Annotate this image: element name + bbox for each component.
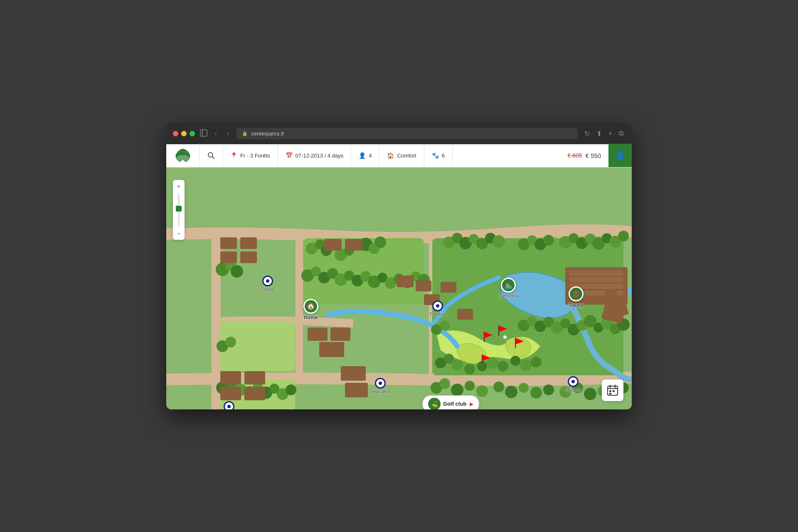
location-label: Fr - 3 Forêts: [240, 153, 270, 159]
svg-point-90: [286, 384, 296, 395]
svg-rect-127: [341, 366, 366, 381]
svg-rect-126: [319, 342, 344, 357]
svg-point-65: [439, 378, 450, 389]
pin-sauna[interactable]: ♨️ Sauna: [569, 286, 584, 308]
zoom-slider-thumb[interactable]: [176, 206, 182, 212]
dates-filter[interactable]: 📅 07-12-2013 / 4 days: [278, 144, 352, 167]
pin-label-desk-office: Desk office: [370, 389, 390, 394]
logo[interactable]: [166, 144, 200, 167]
svg-point-53: [440, 320, 450, 330]
golf-club-label: Golf club: [443, 401, 466, 407]
pin-golf-club[interactable]: ⛳ Golf club ▶: [422, 395, 479, 409]
close-button[interactable]: [173, 131, 178, 136]
user-profile-button[interactable]: 👤: [608, 144, 632, 167]
pin-paintball[interactable]: Paintball: [430, 300, 446, 317]
svg-point-60: [498, 361, 508, 372]
pin-circle-paintball: [432, 300, 443, 311]
svg-point-71: [519, 383, 529, 393]
svg-rect-0: [200, 130, 207, 136]
svg-rect-115: [240, 237, 257, 249]
svg-point-11: [231, 265, 243, 278]
calendar-icon: [607, 384, 618, 396]
sidebar-toggle-button[interactable]: [200, 129, 207, 138]
browser-window: ‹ › 🔒 centerparcs.fr ↻ ⬆ + ⧉: [166, 123, 632, 409]
zoom-out-button[interactable]: −: [174, 229, 183, 238]
navbar-items: 📍 Fr - 3 Forêts 📅 07-12-2013 / 4 days 👤 …: [223, 144, 560, 167]
accommodation-label: Comfort: [397, 153, 416, 159]
svg-rect-129: [397, 276, 414, 287]
pin-swimming[interactable]: 🏊 Swimming: [499, 278, 518, 298]
pin-green-swimming: 🏊: [501, 278, 516, 293]
search-icon: [207, 151, 215, 160]
accommodation-filter[interactable]: 🏠 Comfort: [379, 144, 424, 167]
calendar-button[interactable]: [602, 379, 623, 401]
pets-filter[interactable]: 🐾 6: [424, 144, 453, 167]
svg-rect-122: [324, 239, 342, 251]
maximize-button[interactable]: [190, 131, 195, 136]
svg-point-59: [487, 357, 498, 369]
svg-point-56: [451, 359, 463, 371]
svg-line-3: [212, 157, 214, 159]
traffic-lights: [173, 131, 195, 136]
pin-desk-office[interactable]: Desk office: [370, 378, 390, 394]
pin-green-home: 🏠: [303, 299, 318, 314]
svg-rect-120: [220, 387, 241, 400]
pin-falconry[interactable]: Falconry: [565, 376, 581, 392]
back-button[interactable]: ‹: [212, 128, 219, 138]
pin-circle-desk-office: [375, 378, 386, 389]
svg-point-76: [584, 388, 596, 400]
svg-rect-119: [244, 371, 265, 384]
location-filter[interactable]: 📍 Fr - 3 Forêts: [223, 144, 278, 167]
forward-button[interactable]: ›: [224, 128, 232, 138]
svg-rect-108: [569, 277, 623, 282]
pin-circle-zumba: [262, 276, 273, 286]
pin-home[interactable]: 🏠 Home: [303, 299, 318, 320]
svg-rect-128: [345, 383, 368, 397]
svg-point-61: [510, 356, 520, 366]
svg-point-62: [520, 359, 532, 371]
svg-point-81: [225, 337, 236, 347]
house-icon: 🏠: [387, 152, 394, 159]
svg-point-63: [531, 357, 542, 367]
golf-icon: ⛳: [428, 398, 441, 409]
pin-label-falconry: Falconry: [565, 388, 581, 392]
zoom-slider-track: [178, 193, 180, 227]
pets-icon: 🐾: [432, 152, 439, 159]
reload-button[interactable]: ↻: [583, 128, 591, 139]
golf-arrow-icon: ▶: [470, 401, 473, 407]
search-button[interactable]: [200, 144, 223, 167]
map-container[interactable]: + − Zumba 🏠 Home Paintball: [166, 167, 632, 409]
svg-point-73: [543, 384, 554, 395]
svg-point-66: [451, 384, 463, 396]
price-section: € 605 € 550: [560, 152, 608, 159]
svg-point-142: [503, 335, 507, 339]
pin-treasure-trail[interactable]: Treasure Trail: [216, 401, 241, 409]
guests-filter[interactable]: 👤 4: [351, 144, 379, 167]
browser-nav-icons: ↻ ⬆ + ⧉: [583, 128, 625, 139]
svg-point-19: [374, 236, 386, 248]
svg-rect-118: [220, 371, 241, 384]
zoom-control: + −: [173, 180, 185, 240]
pin-label-paintball: Paintball: [430, 312, 446, 317]
pin-zumba[interactable]: Zumba: [261, 276, 274, 292]
share-button[interactable]: ⬆: [595, 128, 603, 139]
tabs-button[interactable]: ⧉: [617, 128, 625, 139]
svg-rect-117: [240, 251, 257, 263]
minimize-button[interactable]: [181, 131, 187, 136]
pin-label-home: Home: [304, 315, 318, 320]
pets-label: 6: [442, 153, 445, 159]
zoom-in-button[interactable]: +: [174, 182, 183, 191]
svg-rect-147: [609, 390, 611, 392]
url-text: centerparcs.fr: [251, 131, 284, 137]
svg-point-70: [505, 386, 517, 398]
pin-label-zumba: Zumba: [261, 287, 274, 292]
svg-rect-113: [605, 290, 617, 311]
address-bar[interactable]: 🔒 centerparcs.fr: [236, 128, 577, 139]
pin-label-sauna: Sauna: [569, 302, 584, 308]
new-tab-button[interactable]: +: [607, 128, 614, 139]
dates-label: 07-12-2013 / 4 days: [296, 153, 344, 159]
pin-label-swimming: Swimming: [499, 293, 518, 298]
svg-rect-130: [416, 281, 431, 291]
navbar: 📍 Fr - 3 Forêts 📅 07-12-2013 / 4 days 👤 …: [166, 144, 632, 167]
svg-rect-116: [220, 251, 237, 263]
